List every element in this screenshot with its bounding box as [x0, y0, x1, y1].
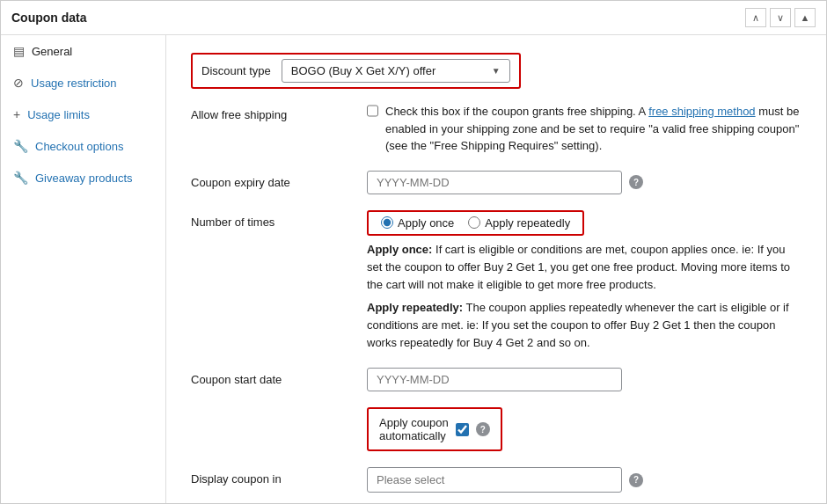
usage-limits-icon: + — [13, 107, 20, 121]
coupon-expiry-help-icon[interactable]: ? — [629, 175, 643, 189]
sidebar-item-giveaway-products[interactable]: 🔧 Giveaway products — [1, 162, 165, 194]
allow-free-shipping-checkbox[interactable] — [367, 105, 378, 117]
coupon-expiry-row: Coupon expiry date ? — [191, 171, 801, 194]
apply-coupon-label: Apply couponautomatically — [379, 416, 449, 442]
allow-free-shipping-label: Allow free shipping — [191, 103, 367, 121]
apply-once-desc-bold: Apply once: — [367, 243, 432, 256]
discount-type-select[interactable]: BOGO (Buy X Get X/Y) offer ▼ — [282, 59, 510, 83]
sidebar-item-checkout-options-label: Checkout options — [35, 140, 123, 153]
discount-type-label: Discount type — [201, 64, 271, 77]
apply-once-radio[interactable] — [381, 216, 393, 229]
display-coupon-label: Display coupon in — [191, 467, 367, 486]
sidebar-item-checkout-options[interactable]: 🔧 Checkout options — [1, 130, 165, 162]
sidebar-item-usage-limits-label: Usage limits — [27, 108, 90, 121]
coupon-start-date-input[interactable] — [367, 368, 622, 391]
coupon-expiry-label: Coupon expiry date — [191, 171, 367, 189]
expand-button[interactable]: ∨ — [770, 8, 791, 27]
apply-coupon-checkbox[interactable] — [456, 423, 469, 436]
coupon-expiry-control: ? — [367, 171, 801, 194]
display-coupon-row: Display coupon in ? — [191, 467, 801, 493]
number-of-times-label: Number of times — [191, 210, 367, 229]
sidebar-item-general-label: General — [32, 45, 72, 58]
apply-repeatedly-label[interactable]: Apply repeatedly — [468, 216, 570, 230]
number-of-times-description: Apply once: If cart is eligible or condi… — [367, 241, 801, 353]
allow-free-shipping-control: Check this box if the coupon grants free… — [367, 103, 801, 155]
fullscreen-button[interactable]: ▲ — [794, 8, 816, 27]
content-area: Discount type BOGO (Buy X Get X/Y) offer… — [166, 35, 826, 503]
checkout-options-icon: 🔧 — [13, 139, 28, 153]
display-coupon-help-icon[interactable]: ? — [629, 473, 643, 487]
free-shipping-method-link[interactable]: free shipping method — [648, 105, 755, 118]
main-content: ▤ General ⊘ Usage restriction + Usage li… — [1, 35, 826, 503]
apply-coupon-box: Apply couponautomatically ? — [367, 407, 502, 451]
apply-repeatedly-text: Apply repeatedly — [485, 216, 570, 230]
number-of-times-box: Apply once Apply repeatedly — [367, 210, 584, 236]
apply-once-text: Apply once — [398, 216, 454, 230]
sidebar-item-usage-limits[interactable]: + Usage limits — [1, 99, 165, 130]
apply-once-label[interactable]: Apply once — [381, 216, 454, 230]
display-coupon-control: ? — [367, 467, 801, 493]
apply-coupon-spacer — [191, 407, 367, 413]
apply-coupon-help-icon[interactable]: ? — [476, 422, 490, 436]
number-of-times-row: Number of times Apply once Apply repeate… — [191, 210, 801, 236]
coupon-expiry-input[interactable] — [367, 171, 622, 194]
general-icon: ▤ — [13, 44, 25, 58]
coupon-start-date-control — [367, 368, 801, 391]
sidebar: ▤ General ⊘ Usage restriction + Usage li… — [1, 35, 166, 503]
allow-free-shipping-row: Allow free shipping Check this box if th… — [191, 103, 801, 155]
apply-repeatedly-description: Apply repeatedly: The coupon applies rep… — [367, 299, 801, 352]
sidebar-item-giveaway-products-label: Giveaway products — [35, 172, 133, 185]
apply-once-description: Apply once: If cart is eligible or condi… — [367, 241, 801, 294]
allow-free-shipping-checkbox-container: Check this box if the coupon grants free… — [367, 103, 801, 155]
display-coupon-input[interactable] — [367, 467, 622, 493]
discount-type-value: BOGO (Buy X Get X/Y) offer — [291, 64, 435, 77]
coupon-start-date-label: Coupon start date — [191, 368, 367, 386]
title-bar: Coupon data ∧ ∨ ▲ — [1, 1, 826, 35]
sidebar-item-usage-restriction-label: Usage restriction — [31, 77, 117, 90]
apply-repeatedly-desc-bold: Apply repeatedly: — [367, 301, 463, 314]
window-controls: ∧ ∨ ▲ — [745, 8, 816, 27]
discount-type-row: Discount type BOGO (Buy X Get X/Y) offer… — [191, 53, 801, 89]
apply-repeatedly-radio[interactable] — [468, 216, 480, 229]
allow-free-shipping-text: Check this box if the coupon grants free… — [385, 103, 801, 155]
main-window: Coupon data ∧ ∨ ▲ ▤ General ⊘ Usage rest… — [0, 0, 827, 504]
chevron-down-icon: ▼ — [492, 66, 501, 76]
giveaway-products-icon: 🔧 — [13, 171, 28, 185]
coupon-start-date-row: Coupon start date — [191, 368, 801, 391]
collapse-button[interactable]: ∧ — [745, 8, 766, 27]
usage-restriction-icon: ⊘ — [13, 76, 24, 90]
sidebar-item-general[interactable]: ▤ General — [1, 35, 165, 67]
number-of-times-control: Apply once Apply repeatedly — [367, 210, 801, 236]
apply-coupon-control: Apply couponautomatically ? — [367, 407, 801, 451]
window-title: Coupon data — [11, 11, 87, 25]
apply-coupon-row: Apply couponautomatically ? — [191, 407, 801, 451]
sidebar-item-usage-restriction[interactable]: ⊘ Usage restriction — [1, 67, 165, 99]
